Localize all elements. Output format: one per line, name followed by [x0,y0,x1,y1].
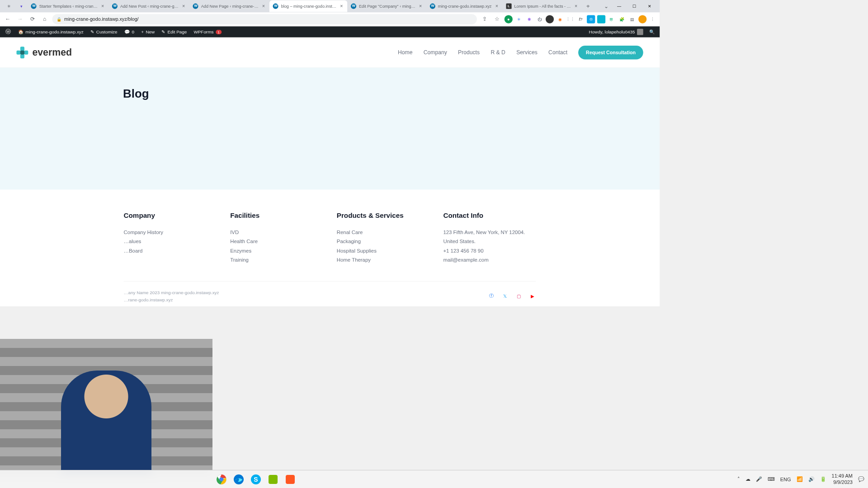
profile-avatar[interactable] [638,15,646,23]
browser-tab[interactable]: Add New Page ‹ ming-crane-…× [189,0,269,12]
menu-icon[interactable]: ⋮ [649,15,657,23]
nav-contact[interactable]: Contact [548,49,567,56]
nav-services[interactable]: Services [516,49,538,56]
language-indicator[interactable]: ENG [780,477,791,482]
extension-icon[interactable]: ⋮⋮ [566,15,574,23]
volume-icon[interactable]: 🔊 [808,476,815,482]
close-icon[interactable]: × [181,4,186,9]
wp-site-name[interactable]: 🏠ming-crane-godo.instawp.xyz [15,27,86,38]
wp-customize[interactable]: ✎Customize [88,27,120,38]
extension-icon[interactable]: ⛨ [608,15,616,23]
wp-new[interactable]: +New [138,27,157,38]
wifi-icon[interactable]: 📶 [797,476,803,482]
site-logo[interactable]: evermed [16,47,72,58]
nav-products[interactable]: Products [458,49,480,56]
extension-icon[interactable] [597,15,605,23]
address-bar[interactable]: 🔒 ming-crane-godo.instawp.xyz/blog/ [52,14,477,24]
footer-col-facilities: Facilities IVD Health Care Enzymes Train… [230,211,323,266]
footer-heading: Company [124,211,217,219]
browser-tab[interactable]: Add New Post ‹ ming-crane-g…× [108,0,189,12]
wp-howdy[interactable]: Howdy, lolapeholu0435 [586,27,646,38]
battery-icon[interactable]: 🔋 [820,476,826,482]
nav-company[interactable]: Company [424,49,447,56]
close-icon[interactable]: × [339,4,344,9]
wordpress-icon [193,4,198,9]
extension-icon[interactable]: ⏻ [535,15,543,23]
footer-link[interactable]: Training [230,257,323,263]
twitter-icon[interactable]: 𝕏 [502,293,509,300]
browser-tab[interactable]: ✳ [3,0,15,12]
mic-icon[interactable]: 🎤 [756,476,762,482]
clock[interactable]: 11:49 AM 9/9/2023 [832,473,853,485]
extensions-icon[interactable]: 🧩 [618,15,626,23]
close-icon[interactable]: × [100,4,105,9]
footer-link[interactable]: Health Care [230,238,323,244]
share-icon[interactable]: ⇪ [480,14,489,24]
footer-link[interactable]: …Board [124,248,217,253]
footer-link[interactable]: Company History [124,229,217,235]
wordpress-icon [31,4,36,9]
instagram-icon[interactable]: ▢ [515,293,522,300]
minimize-button[interactable]: — [612,1,627,12]
footer-link[interactable]: Home Therapy [337,257,429,263]
footer-heading: Products & Services [337,211,429,219]
footer-link[interactable]: Packaging [337,238,429,244]
tab-search-icon[interactable]: ⌄ [600,1,611,12]
wp-search[interactable]: 🔍 [647,27,657,38]
close-icon[interactable]: × [418,4,423,9]
reload-button[interactable]: ⟳ [28,14,37,24]
browser-tab[interactable]: ming-crane-godo.instawp.xyz× [426,0,503,12]
youtube-icon[interactable]: ▶ [529,293,536,300]
extension-icon[interactable]: ◎ [587,15,595,23]
footer-text: +1 123 456 78 90 [443,248,536,253]
close-window-button[interactable]: ✕ [642,1,657,12]
extension-icon[interactable]: ✳ [514,15,523,23]
new-tab-button[interactable]: + [583,1,593,11]
skype-icon[interactable]: S [249,472,263,487]
facebook-icon[interactable]: ⓕ [488,293,495,300]
browser-tab[interactable]: LLorem Ipsum - All the facts - …× [503,0,582,12]
wp-wpforms[interactable]: WPForms1 [191,27,224,38]
extension-icon[interactable]: f? [576,15,585,23]
close-icon[interactable]: × [261,4,266,9]
maximize-button[interactable]: ☐ [627,1,642,12]
wp-logo[interactable]: ⓦ [3,27,14,38]
footer-link[interactable]: Hospital Supplies [337,248,429,253]
app-icon[interactable] [283,472,297,487]
windows-taskbar: S ˄ ☁ 🎤 ⌨ ENG 📶 🔊 🔋 11:49 AM 9/9/2023 💬 [0,470,868,488]
bookmark-icon[interactable]: ☆ [492,14,501,24]
lock-icon: 🔒 [57,17,61,22]
extension-icon[interactable] [546,15,554,23]
social-links: ⓕ 𝕏 ▢ ▶ [488,293,536,300]
browser-tab[interactable]: Edit Page "Company" ‹ ming…× [347,0,426,12]
browser-tab[interactable]: Starter Templates ‹ ming-cran…× [28,0,108,12]
close-icon[interactable]: × [574,4,579,9]
close-icon[interactable]: × [494,4,499,9]
tray-chevron-icon[interactable]: ˄ [737,476,740,482]
browser-tab[interactable]: ▾ [15,0,27,12]
forward-button[interactable]: → [15,14,24,24]
back-button[interactable]: ← [3,14,12,24]
wp-edit-page[interactable]: ✎Edit Page [159,27,189,38]
extension-icon[interactable]: ❋ [525,15,533,23]
browser-tab-active[interactable]: blog – ming-crane-godo.inst…× [269,0,347,12]
footer-link[interactable]: …alues [124,238,217,244]
chrome-icon[interactable] [214,472,229,487]
nav-home[interactable]: Home [398,49,412,56]
onedrive-icon[interactable]: ☁ [745,476,750,482]
nav-rd[interactable]: R & D [491,49,505,56]
app-icon[interactable] [266,472,280,487]
home-button[interactable]: ⌂ [40,14,49,24]
extension-icon[interactable]: ● [505,15,513,23]
touchpad-icon[interactable]: ⌨ [768,476,775,482]
wp-comments[interactable]: 💬0 [122,27,137,38]
side-panel-icon[interactable]: ▤ [628,15,636,23]
logo-mark-icon [16,47,28,58]
footer-link[interactable]: Renal Care [337,229,429,235]
footer-link[interactable]: IVD [230,229,323,235]
notifications-icon[interactable]: 💬 [858,476,864,482]
edge-icon[interactable] [231,472,246,487]
extension-icon[interactable]: ◉ [556,15,564,23]
footer-link[interactable]: Enzymes [230,248,323,253]
request-consultation-button[interactable]: Request Consultation [578,46,643,59]
